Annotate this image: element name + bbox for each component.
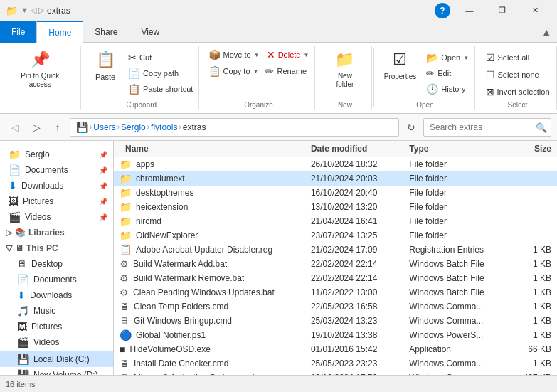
select-all-button[interactable]: ☑ Select all: [483, 50, 553, 65]
file-type-text: Registration Entries: [409, 245, 501, 255]
table-row[interactable]: 🖥 Git Windows Bringup.cmd 25/03/2024 13:…: [114, 314, 557, 328]
open-label: Open: [416, 100, 433, 109]
file-name-text: Clean Pending Windows Updates.bat: [133, 287, 275, 297]
file-name-cell: 📁 desktopthemes: [114, 187, 311, 198]
sidebar-item-documents2[interactable]: 📄 Documents: [0, 272, 113, 287]
file-name-cell: 🖥 Install Date Checker.cmd: [114, 358, 311, 369]
tab-home[interactable]: Home: [36, 21, 83, 43]
new-folder-button[interactable]: 📁 New folder: [323, 47, 367, 92]
history-button[interactable]: 🕐 History: [423, 81, 472, 97]
main-content: 📁 Sergio 📌 📄 Documents 📌 ⬇ Downloads 📌 🖼…: [0, 141, 557, 392]
sidebar-item-pictures[interactable]: 🖼 Pictures 📌: [0, 194, 113, 209]
paste-button[interactable]: 📋 Paste: [87, 47, 124, 85]
expand-icon: ▽: [6, 243, 12, 253]
sidebar-item-localdisk[interactable]: 💾 Local Disk (C:): [0, 351, 113, 367]
breadcrumb-sergio[interactable]: Sergio: [121, 122, 146, 132]
table-row[interactable]: ⚙ Build Watermark Add.bat 22/02/2024 22:…: [114, 257, 557, 271]
sidebar-item-music[interactable]: 🎵 Music: [0, 303, 113, 319]
nav-up-button[interactable]: ↑: [48, 118, 67, 137]
col-date-header[interactable]: Date modified: [311, 144, 409, 154]
sidebar-libraries-header[interactable]: ▷ 📚 Libraries: [0, 225, 113, 240]
tab-share[interactable]: Share: [83, 21, 129, 43]
search-input[interactable]: [423, 118, 551, 137]
table-row[interactable]: 📁 OldNewExplorer 23/07/2024 13:25 File f…: [114, 228, 557, 243]
sidebar-item-desktop[interactable]: 🖥 Desktop: [0, 256, 113, 272]
file-type-icon: 📁: [120, 159, 132, 170]
breadcrumb[interactable]: 💾 › Users › Sergio › flytools › extras: [70, 118, 399, 137]
sidebar-item-videos[interactable]: 🎬 Videos 📌: [0, 209, 113, 225]
sidebar-item-sergio[interactable]: 📁 Sergio 📌: [0, 147, 113, 162]
cut-button[interactable]: ✂ Cut: [125, 50, 196, 65]
select-none-button[interactable]: ☐ Select none: [483, 67, 553, 83]
col-size-header[interactable]: Size: [501, 144, 557, 154]
copy-path-button[interactable]: 📄 Copy path: [125, 65, 196, 81]
sidebar-item-documents[interactable]: 📄 Documents 📌: [0, 162, 113, 178]
ribbon-group-open: ☑ Properties 📂 Open ▼ ✏ Edit 🕐 History: [376, 46, 475, 110]
file-size: 1 KB: [501, 359, 557, 369]
ribbon-content: 📌 Pin to Quick access 📋 Paste ✂ Cut 📄 Co…: [0, 43, 557, 114]
file-name-text: Git Windows Bringup.cmd: [134, 316, 232, 326]
folder-icon: 📁: [9, 149, 21, 160]
open-button[interactable]: 📂 Open ▼: [423, 50, 472, 65]
file-type-text: Application: [409, 344, 501, 354]
delete-dropdown-arrow: ▼: [303, 52, 309, 58]
table-row[interactable]: 📁 heicextension 13/10/2024 13:20 File fo…: [114, 200, 557, 214]
sidebar-item-videos2[interactable]: 🎬 Videos: [0, 334, 113, 350]
file-type-text: Windows Comma...: [409, 359, 501, 369]
sidebar-item-downloads[interactable]: ⬇ Downloads 📌: [0, 178, 113, 194]
breadcrumb-users[interactable]: Users: [93, 122, 115, 132]
table-row[interactable]: 📁 apps 26/10/2024 18:32 File folder: [114, 157, 557, 171]
table-row[interactable]: ⚙ Build Watermark Remove.bat 22/02/2024 …: [114, 271, 557, 285]
file-name-text: Build Watermark Remove.bat: [133, 273, 244, 283]
minimize-button[interactable]: —: [453, 0, 486, 21]
table-row[interactable]: 📁 nircmd 21/04/2024 16:41 File folder: [114, 214, 557, 228]
sidebar-thispc-header[interactable]: ▽ 🖥 This PC: [0, 240, 113, 256]
cut-icon: ✂: [128, 52, 137, 63]
videos2-icon: 🎬: [17, 337, 29, 348]
copy-to-button[interactable]: 📋 Copy to ▼: [206, 63, 262, 79]
table-row[interactable]: 📋 Adobe Acrobat Updater Disabler.reg 21/…: [114, 243, 557, 257]
col-name-header[interactable]: Name: [114, 144, 311, 154]
close-button[interactable]: ✕: [519, 0, 551, 21]
table-row[interactable]: ■ HideVolumeOSD.exe 01/01/2016 15:42 App…: [114, 342, 557, 356]
table-row[interactable]: 📁 chromiumext 21/10/2024 20:03 File fold…: [114, 171, 557, 186]
sidebar-item-pictures2[interactable]: 🖼 Pictures: [0, 319, 113, 334]
maximize-button[interactable]: ❐: [486, 0, 519, 21]
file-type-text: File folder: [409, 202, 501, 212]
move-to-button[interactable]: 📦 Move to ▼: [206, 47, 262, 63]
ribbon-collapse-button[interactable]: ▲: [541, 26, 551, 38]
breadcrumb-flytools[interactable]: flytools: [151, 122, 177, 132]
table-row[interactable]: ⚙ Clean Pending Windows Updates.bat 11/0…: [114, 285, 557, 300]
file-date: 25/05/2023 23:23: [311, 359, 409, 369]
help-button[interactable]: ?: [435, 3, 450, 18]
table-row[interactable]: 🔵 Global Notifier.ps1 19/10/2024 13:38 W…: [114, 328, 557, 342]
edit-button[interactable]: ✏ Edit: [423, 65, 472, 81]
pin-quickaccess-btn[interactable]: 📌 Pin to Quick access: [4, 47, 76, 92]
sidebar-item-downloads2[interactable]: ⬇ Downloads: [0, 287, 113, 303]
file-date: 19/10/2024 13:38: [311, 330, 409, 340]
pin-quickaccess-button[interactable]: 📌 Pin to Quick access: [4, 47, 76, 107]
organize-label: Organize: [244, 100, 273, 109]
tab-view[interactable]: View: [129, 21, 171, 43]
table-row[interactable]: 🖥 Clean Temp Folders.cmd 22/05/2023 16:5…: [114, 300, 557, 314]
refresh-button[interactable]: ↻: [402, 118, 420, 137]
col-type-header[interactable]: Type: [409, 144, 501, 154]
rename-button[interactable]: ✏ Rename: [262, 63, 309, 79]
downloads-icon: ⬇: [9, 180, 17, 191]
file-name-text: Install Date Checker.cmd: [134, 359, 228, 369]
table-row[interactable]: 🖥 Install Date Checker.cmd 25/05/2023 23…: [114, 356, 557, 371]
tab-file[interactable]: File: [0, 21, 36, 43]
file-type-text: Windows PowerS...: [409, 330, 501, 340]
properties-button[interactable]: ☑ Properties: [378, 47, 423, 84]
nav-back-button[interactable]: ◁: [6, 118, 24, 137]
file-type-text: File folder: [409, 231, 501, 240]
paste-shortcut-button[interactable]: 📋 Paste shortcut: [125, 81, 196, 97]
nav-forward-button[interactable]: ▷: [27, 118, 46, 137]
table-row[interactable]: 📁 desktopthemes 16/10/2024 20:40 File fo…: [114, 186, 557, 200]
delete-icon: ✕: [267, 49, 275, 60]
delete-button[interactable]: ✕ Delete ▼: [264, 47, 312, 63]
invert-selection-button[interactable]: ⊠ Invert selection: [483, 84, 553, 100]
sep3: [317, 48, 317, 107]
file-type-icon: ■: [120, 344, 125, 355]
file-type-icon: 📁: [120, 173, 132, 184]
